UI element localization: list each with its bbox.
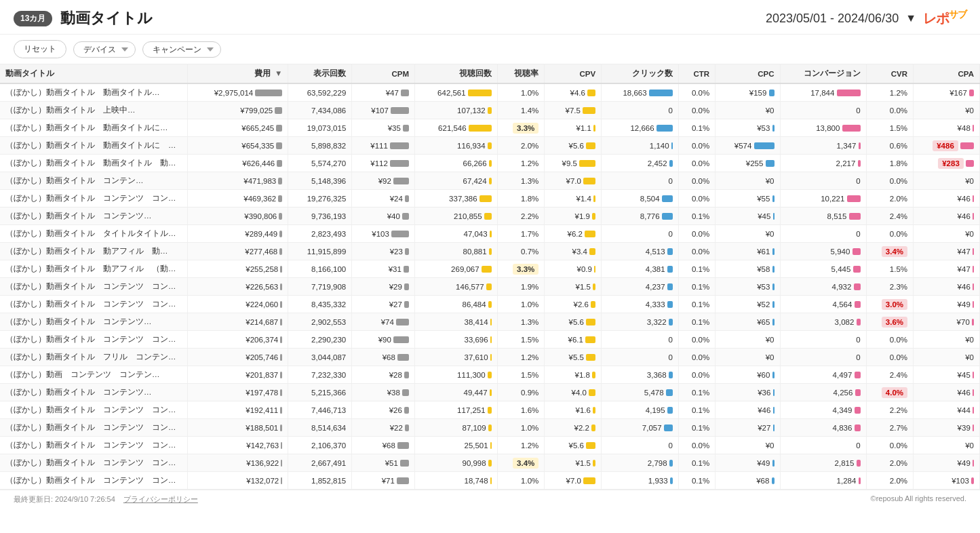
cell-views: 37,610 (415, 349, 498, 366)
cell-clicks: 3,322 (602, 313, 679, 331)
campaign-select[interactable]: キャンペーン (142, 41, 221, 58)
col-cpa[interactable]: CPA (914, 64, 980, 83)
col-ctr[interactable]: CTR (678, 64, 715, 83)
cell-title: （ぼかし）動画 コンテンツ コンテン… (0, 366, 188, 384)
device-select[interactable]: デバイス (73, 41, 136, 58)
cell-cost: ¥665,245 (188, 119, 288, 137)
cell-conv: 2,217 (780, 155, 866, 172)
cell-cpa: ¥0 (914, 349, 980, 366)
cell-impressions: 5,215,366 (288, 384, 352, 401)
cell-title: （ぼかし）動画タイトル コンテンツ… (0, 313, 188, 331)
cell-cpm: ¥35 (352, 119, 415, 137)
reset-button[interactable]: リセット (14, 40, 66, 58)
cell-impressions: 2,823,493 (288, 225, 352, 243)
cell-ctr: 0.0% (678, 366, 715, 384)
cell-clicks: 0 (602, 225, 679, 243)
cell-ctr: 0.1% (678, 278, 715, 296)
table-row: （ぼかし）動画タイトル 動画タイトルに 動… ¥654,335 5,898,83… (0, 137, 980, 155)
cell-impressions: 19,073,015 (288, 119, 352, 137)
cell-cost: ¥205,746 (188, 349, 288, 366)
cell-vtr: 0.7% (497, 243, 544, 260)
page-footer: 最終更新日: 2024/9/10 7:26:54 プライバシーポリシー ©rep… (0, 490, 980, 509)
table-row: （ぼかし）動画タイトル コンテンツ コン… ¥206,374 2,290,230… (0, 331, 980, 349)
cell-conv: 4,349 (780, 401, 866, 419)
table-row: （ぼかし）動画タイトル 動アフィル 動… ¥277,468 11,915,899… (0, 243, 980, 260)
cell-cpv: ¥5.6 (545, 437, 602, 454)
cell-conv: 3,082 (780, 313, 866, 331)
cell-impressions: 5,574,270 (288, 155, 352, 172)
cell-conv: 0 (780, 349, 866, 366)
col-cpv[interactable]: CPV (545, 64, 602, 83)
cell-cpm: ¥28 (352, 366, 415, 384)
cell-impressions: 19,276,325 (288, 190, 352, 208)
cell-conv: 2,815 (780, 454, 866, 472)
cell-views: 49,447 (415, 384, 498, 401)
cell-views: 25,501 (415, 437, 498, 454)
cell-cpa: ¥46 (914, 384, 980, 401)
cell-title: （ぼかし）動画タイトル コンテンツ… (0, 208, 188, 225)
cell-cpc: ¥60 (716, 366, 780, 384)
col-cpc[interactable]: CPC (716, 64, 780, 83)
cell-cpv: ¥1.9 (545, 208, 602, 225)
col-vtr[interactable]: 視聴率 (497, 64, 544, 83)
cell-cvr: 1.8% (866, 155, 913, 172)
col-clicks[interactable]: クリック数 (602, 64, 679, 83)
cell-impressions: 3,044,087 (288, 349, 352, 366)
cell-clicks: 4,333 (602, 296, 679, 313)
table-row: （ぼかし）動画タイトル 動画タイトル 動… ¥626,446 5,574,270… (0, 155, 980, 172)
col-impressions[interactable]: 表示回数 (288, 64, 352, 83)
col-title[interactable]: 動画タイトル (0, 64, 188, 83)
table-row: （ぼかし）動画タイトル コンテンツ コン… ¥136,922 2,667,491… (0, 454, 980, 472)
table-row: （ぼかし）動画タイトル コンテンツ コン… ¥224,060 8,435,332… (0, 296, 980, 313)
cell-views: 337,386 (415, 190, 498, 208)
cell-impressions: 7,434,086 (288, 102, 352, 119)
cell-cpm: ¥47 (352, 83, 415, 102)
cell-views: 18,748 (415, 472, 498, 490)
cell-cost: ¥206,374 (188, 331, 288, 349)
col-cost[interactable]: 費用 ▼ (188, 64, 288, 83)
cell-conv: 1,347 (780, 137, 866, 155)
cell-cpv: ¥5.5 (545, 349, 602, 366)
cell-cpv: ¥7.5 (545, 102, 602, 119)
cell-cpc: ¥36 (716, 384, 780, 401)
cell-conv: 10,221 (780, 190, 866, 208)
header-left: 13カ月 動画タイトル (14, 8, 153, 28)
cell-cpv: ¥2.2 (545, 419, 602, 437)
cell-vtr: 1.0% (497, 419, 544, 437)
cell-clicks: 0 (602, 172, 679, 190)
cell-ctr: 0.1% (678, 454, 715, 472)
cell-title: （ぼかし）動画タイトル コンテンツ コン… (0, 190, 188, 208)
cell-impressions: 63,592,229 (288, 83, 352, 102)
table-row: （ぼかし）動画タイトル 動画タイトルに… ¥665,245 19,073,015… (0, 119, 980, 137)
col-cpm[interactable]: CPM (352, 64, 415, 83)
cell-ctr: 0.0% (678, 137, 715, 155)
cell-impressions: 2,106,370 (288, 437, 352, 454)
cell-cpa: ¥46 (914, 208, 980, 225)
col-cvr[interactable]: CVR (866, 64, 913, 83)
cell-cpm: ¥23 (352, 243, 415, 260)
cell-cvr: 1.5% (866, 260, 913, 278)
cell-cpa: ¥47 (914, 243, 980, 260)
privacy-link[interactable]: プライバシーポリシー (123, 494, 198, 505)
date-range-dropdown[interactable]: ▼ (905, 12, 916, 24)
cell-views: 87,109 (415, 419, 498, 437)
cell-ctr: 0.0% (678, 102, 715, 119)
cell-cvr: 2.2% (866, 401, 913, 419)
cell-title: （ぼかし）動画タイトル コンテン… (0, 172, 188, 190)
cell-views: 66,266 (415, 155, 498, 172)
cell-cpc: ¥52 (716, 296, 780, 313)
cell-cvr: 2.3% (866, 278, 913, 296)
cell-vtr: 1.4% (497, 102, 544, 119)
table-row: （ぼかし）動画タイトル コンテンツ コン… ¥469,362 19,276,32… (0, 190, 980, 208)
cell-title: （ぼかし）動画タイトル コンテンツ コン… (0, 401, 188, 419)
cell-cvr: 1.2% (866, 83, 913, 102)
cell-title: （ぼかし）動画タイトル 動アフィル 動… (0, 243, 188, 260)
cell-cpv: ¥6.2 (545, 225, 602, 243)
cell-title: （ぼかし）動画タイトル 動画タイトル… (0, 83, 188, 102)
cell-cpv: ¥4.0 (545, 384, 602, 401)
cell-cvr: 3.0% (866, 296, 913, 313)
last-updated: 最終更新日: 2024/9/10 7:26:54 (14, 494, 115, 505)
col-views[interactable]: 視聴回数 (415, 64, 498, 83)
cell-clicks: 1,933 (602, 472, 679, 490)
col-conv[interactable]: コンバージョン (780, 64, 866, 83)
